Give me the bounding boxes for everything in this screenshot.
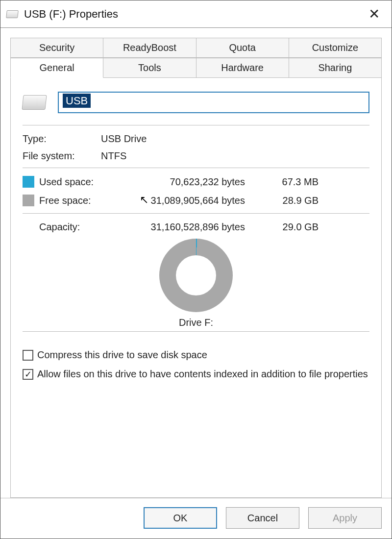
free-space-bytes: 31,089,905,664 bytes <box>113 195 260 206</box>
type-value: USB Drive <box>101 133 369 145</box>
indexing-label: Allow files on this drive to have conten… <box>37 368 368 381</box>
indexing-checkbox[interactable] <box>23 369 33 380</box>
properties-window: USB (F:) Properties ✕ Security ReadyBoos… <box>0 0 392 539</box>
used-space-bytes: 70,623,232 bytes <box>113 176 260 188</box>
tab-hardware[interactable]: Hardware <box>196 58 289 78</box>
used-space-swatch <box>23 176 34 188</box>
tab-quota[interactable]: Quota <box>196 38 289 58</box>
compress-label: Compress this drive to save disk space <box>37 348 207 362</box>
used-space-label: Used space: <box>39 176 113 188</box>
drive-label-value: USB <box>63 94 91 108</box>
tab-tools[interactable]: Tools <box>103 58 196 78</box>
tab-security[interactable]: Security <box>10 38 103 58</box>
button-bar: OK Cancel Apply <box>0 498 392 539</box>
tab-panel-general: USB Type: USB Drive File system: NTFS Us… <box>10 78 382 498</box>
titlebar: USB (F:) Properties ✕ <box>0 0 392 28</box>
separator <box>23 213 369 214</box>
window-title: USB (F:) Properties <box>24 8 118 21</box>
type-label: Type: <box>23 133 101 145</box>
free-space-label: Free space: <box>39 195 113 206</box>
capacity-bytes: 31,160,528,896 bytes <box>113 221 260 233</box>
free-space-swatch <box>23 195 34 206</box>
drive-icon <box>6 10 19 18</box>
filesystem-value: NTFS <box>101 150 369 162</box>
apply-button: Apply <box>308 507 382 529</box>
separator <box>23 125 369 125</box>
separator <box>23 331 369 332</box>
tab-strip: Security ReadyBoost Quota Customize Gene… <box>10 38 382 78</box>
close-icon[interactable]: ✕ <box>365 6 384 22</box>
tab-readyboost[interactable]: ReadyBoost <box>103 38 196 58</box>
free-space-human: 28.9 GB <box>260 195 318 206</box>
tab-sharing[interactable]: Sharing <box>289 58 382 78</box>
tab-customize[interactable]: Customize <box>289 38 382 58</box>
drive-letter-label: Drive F: <box>23 317 369 328</box>
tab-general[interactable]: General <box>10 58 103 78</box>
dialog-body: Security ReadyBoost Quota Customize Gene… <box>0 28 392 498</box>
ok-button[interactable]: OK <box>144 507 217 529</box>
used-space-human: 67.3 MB <box>260 176 318 188</box>
capacity-human: 29.0 GB <box>260 221 318 233</box>
separator <box>23 168 369 168</box>
cancel-button[interactable]: Cancel <box>226 507 299 529</box>
drive-label-input[interactable]: USB <box>58 92 369 113</box>
capacity-label: Capacity: <box>23 221 113 233</box>
compress-checkbox[interactable] <box>23 350 33 361</box>
filesystem-label: File system: <box>23 150 101 162</box>
drive-icon <box>22 95 47 110</box>
usage-pie-chart <box>159 239 233 312</box>
